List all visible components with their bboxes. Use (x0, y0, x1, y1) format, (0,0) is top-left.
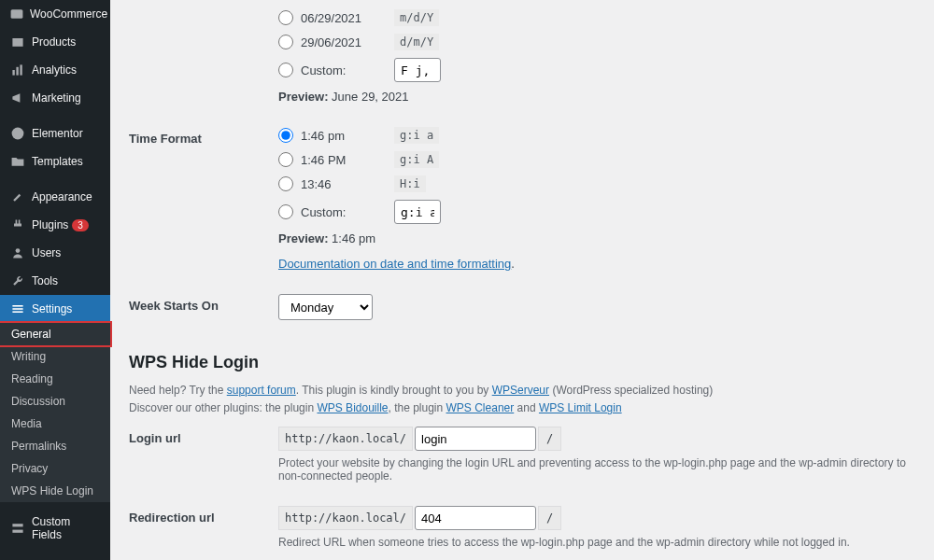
week-starts-heading: Week Starts On (129, 285, 278, 334)
radio-input[interactable] (278, 176, 293, 191)
sidebar-item-analytics[interactable]: Analytics (0, 56, 110, 84)
submenu-privacy[interactable]: Privacy (0, 457, 110, 480)
admin-sidebar: WooCommerce Products Analytics Marketing… (0, 0, 110, 560)
box-icon (9, 34, 26, 50)
redirect-url-helper: Redirect URL when someone tries to acces… (278, 536, 906, 549)
submenu-reading[interactable]: Reading (0, 368, 110, 390)
elementor-icon (9, 125, 26, 142)
date-format-custom[interactable]: Custom: (278, 58, 906, 82)
radio-label: 13:46 (301, 177, 394, 191)
redirect-url-input[interactable] (415, 506, 536, 530)
sidebar-item-pods-admin[interactable]: Pods Admin (0, 554, 110, 560)
login-url-input[interactable] (415, 427, 536, 451)
radio-label: 1:46 PM (301, 153, 394, 167)
submenu-writing[interactable]: Writing (0, 345, 110, 368)
sidebar-item-label: Settings (32, 302, 72, 315)
svg-rect-10 (12, 524, 22, 526)
redirect-url-prefix: http://kaon.local/ (278, 506, 413, 530)
radio-input[interactable] (278, 152, 293, 167)
user-icon (9, 245, 26, 261)
submenu-wps-hide-login[interactable]: WPS Hide Login (0, 480, 110, 502)
folder-icon (9, 153, 26, 170)
wpserveur-link[interactable]: WPServeur (492, 384, 549, 397)
sidebar-item-elementor[interactable]: Elementor (0, 119, 110, 147)
svg-rect-9 (12, 311, 22, 313)
sidebar-item-templates[interactable]: Templates (0, 147, 110, 175)
sidebar-item-label: WooCommerce (30, 7, 107, 21)
sidebar-item-appearance[interactable]: Appearance (0, 183, 110, 211)
redirect-url-suffix: / (538, 506, 561, 530)
svg-point-5 (12, 128, 24, 140)
sidebar-item-woocommerce[interactable]: WooCommerce (0, 0, 110, 28)
wps-limit-login-link[interactable]: WPS Limit Login (539, 401, 622, 414)
sidebar-item-label: Templates (32, 155, 83, 168)
main-content: 06/29/2021m/d/Y 29/06/2021d/m/Y Custom: … (110, 0, 934, 560)
sidebar-item-label: Appearance (32, 190, 92, 203)
svg-rect-2 (12, 70, 14, 76)
wps-bidouille-link[interactable]: WPS Bidouille (317, 401, 388, 414)
submenu-general[interactable]: General (0, 321, 112, 347)
login-url-label: Login url (129, 417, 278, 497)
svg-rect-11 (12, 530, 22, 533)
svg-rect-1 (12, 38, 22, 47)
submenu-discussion[interactable]: Discussion (0, 390, 110, 413)
sidebar-item-label: Custom Fields (32, 515, 103, 541)
redirect-url-label: Redirection url (129, 497, 278, 560)
radio-label: 29/06/2021 (301, 35, 394, 49)
radio-label: 1:46 pm (301, 129, 394, 143)
radio-input[interactable] (278, 128, 293, 143)
radio-input[interactable] (278, 63, 293, 77)
sidebar-item-settings[interactable]: Settings (0, 295, 110, 323)
sidebar-item-label: Elementor (32, 127, 83, 140)
submenu-permalinks[interactable]: Permalinks (0, 435, 110, 457)
custom-date-input[interactable] (394, 58, 441, 82)
radio-label: 06/29/2021 (301, 11, 394, 25)
sidebar-item-label: Products (32, 35, 76, 49)
sidebar-item-marketing[interactable]: Marketing (0, 84, 110, 112)
sliders-icon (9, 301, 26, 317)
chart-icon (9, 62, 26, 78)
doc-link[interactable]: Documentation on date and time formattin… (278, 257, 511, 271)
wps-cleaner-link[interactable]: WPS Cleaner (446, 401, 515, 414)
sidebar-item-plugins[interactable]: Plugins3 (0, 211, 110, 239)
format-code: g:i A (394, 151, 439, 168)
sidebar-item-label: Users (32, 246, 61, 259)
radio-input[interactable] (278, 10, 293, 25)
wps-help-text: Need help? Try the support forum. This p… (129, 382, 915, 417)
time-format-option[interactable]: 1:46 pmg:i a (278, 127, 906, 144)
sidebar-item-label: Plugins (32, 218, 68, 231)
wps-section-heading: WPS Hide Login (129, 353, 915, 372)
fields-icon (9, 520, 26, 537)
svg-rect-4 (20, 64, 21, 75)
time-format-option[interactable]: 13:46H:i (278, 175, 906, 192)
radio-label: Custom: (301, 205, 394, 219)
date-format-option[interactable]: 06/29/2021m/d/Y (278, 9, 906, 26)
sidebar-item-users[interactable]: Users (0, 239, 110, 267)
date-preview: Preview: June 29, 2021 (278, 90, 906, 104)
time-format-option[interactable]: 1:46 PMg:i A (278, 151, 906, 168)
sidebar-item-label: Marketing (32, 91, 81, 105)
custom-time-input[interactable] (394, 200, 441, 224)
format-code: m/d/Y (394, 9, 439, 26)
svg-rect-8 (12, 308, 22, 310)
svg-rect-7 (12, 305, 22, 307)
megaphone-icon (9, 90, 26, 106)
sidebar-item-tools[interactable]: Tools (0, 267, 110, 295)
svg-rect-0 (11, 9, 23, 19)
time-format-custom[interactable]: Custom: (278, 200, 906, 224)
login-url-prefix: http://kaon.local/ (278, 427, 413, 451)
wrench-icon (9, 273, 26, 289)
format-code: H:i (394, 175, 426, 192)
login-url-helper: Protect your website by changing the log… (278, 456, 906, 483)
radio-input[interactable] (278, 204, 293, 219)
submenu-media[interactable]: Media (0, 413, 110, 435)
svg-rect-3 (16, 67, 18, 76)
sidebar-item-custom-fields[interactable]: Custom Fields (0, 510, 110, 547)
date-format-option[interactable]: 29/06/2021d/m/Y (278, 34, 906, 50)
support-forum-link[interactable]: support forum (227, 384, 296, 397)
radio-input[interactable] (278, 35, 293, 49)
week-starts-select[interactable]: Monday (278, 294, 373, 320)
format-code: g:i a (394, 127, 439, 144)
sidebar-item-products[interactable]: Products (0, 28, 110, 56)
svg-point-6 (16, 248, 21, 253)
